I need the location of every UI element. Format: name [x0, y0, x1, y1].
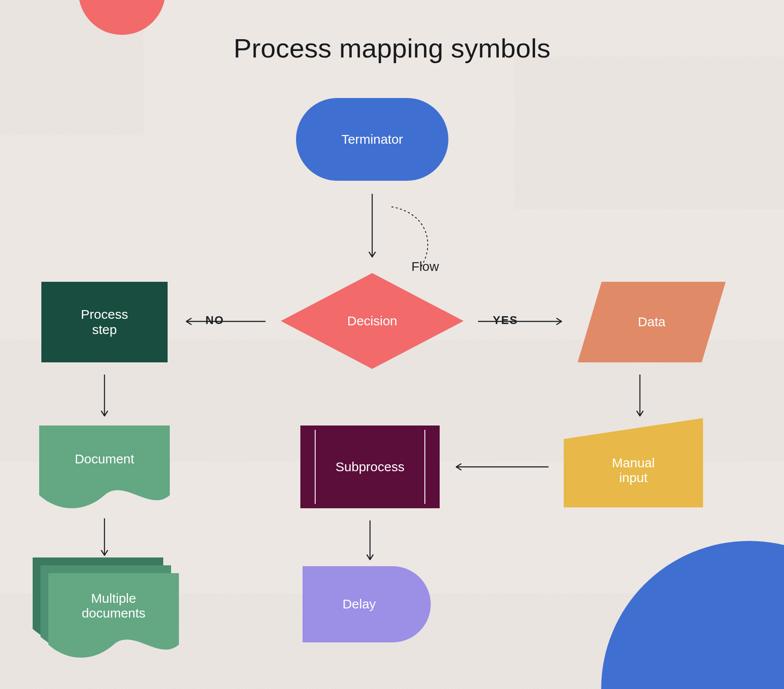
- delay-label: Delay: [303, 566, 416, 642]
- decision-label: Decision: [281, 273, 464, 369]
- document-label: Document: [39, 426, 170, 493]
- deco-circle-blue: [601, 541, 784, 689]
- data-node: Data: [578, 282, 726, 362]
- data-label: Data: [578, 282, 726, 362]
- subprocess-node: Subprocess: [300, 426, 440, 508]
- subprocess-label: Subprocess: [300, 426, 440, 508]
- process-step-node: Process step: [41, 282, 168, 362]
- decision-node: Decision: [281, 273, 464, 369]
- terminator-node: Terminator: [296, 98, 448, 181]
- process-step-label: Process step: [41, 282, 168, 362]
- terminator-label: Terminator: [296, 98, 448, 181]
- delay-node: Delay: [303, 566, 431, 642]
- multiple-documents-label: Multiple documents: [48, 573, 179, 638]
- flow-label: Flow: [411, 259, 439, 274]
- manual-input-node: Manual input: [564, 418, 703, 507]
- multiple-documents-node: Multiple documents: [33, 557, 181, 662]
- diagram-title: Process mapping symbols: [0, 33, 784, 64]
- no-label: NO: [205, 314, 224, 327]
- texture-top-right: [514, 57, 784, 209]
- document-node: Document: [39, 426, 170, 513]
- diagram-canvas: Process mapping symbols Terminator Decis…: [0, 0, 784, 689]
- manual-input-label: Manual input: [564, 436, 703, 505]
- yes-label: YES: [493, 314, 518, 327]
